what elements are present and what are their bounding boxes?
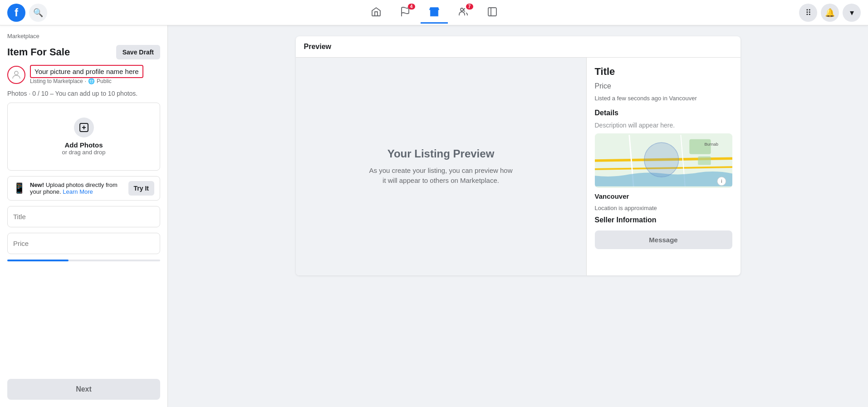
preview-description: Description will appear here.	[595, 122, 732, 129]
try-it-button[interactable]: Try It	[128, 181, 154, 196]
upload-new-label: New!	[30, 181, 44, 188]
store-icon	[428, 6, 440, 18]
progress-bar-fill	[7, 260, 69, 261]
svg-point-16	[644, 142, 678, 177]
search-button[interactable]: 🔍	[29, 4, 47, 22]
dot-separator: ·	[85, 78, 86, 84]
nav-left: f 🔍	[7, 4, 221, 22]
profile-name: Your picture and profile name here	[30, 65, 143, 78]
nav-flag[interactable]: 4	[392, 2, 419, 24]
photos-sub-info: · 0 / 10 – You can add up to 10 photos.	[29, 90, 137, 97]
preview-listing-title: Title	[595, 66, 732, 78]
add-photos-label: Add Photos	[64, 141, 103, 149]
add-photos-area[interactable]: Add Photos or drag and drop	[7, 103, 160, 171]
home-icon	[371, 6, 382, 17]
preview-listing-price: Price	[595, 82, 732, 90]
listing-to: Listing to Marketplace · 🌐 Public	[30, 78, 143, 84]
page-title: Item For Sale	[7, 46, 70, 58]
preview-header: Preview	[296, 36, 740, 58]
avatar-icon	[11, 69, 22, 80]
svg-rect-2	[488, 8, 496, 16]
svg-point-1	[461, 8, 463, 11]
nav-watch[interactable]	[479, 2, 506, 24]
preview-placeholder-title: Your Listing Preview	[387, 147, 495, 160]
profile-row: Your picture and profile name here Listi…	[7, 65, 160, 84]
nav-people[interactable]: 7	[450, 2, 477, 24]
title-row: Item For Sale Save Draft	[7, 45, 160, 59]
progress-bar-track	[7, 260, 160, 261]
preview-image-area: Your Listing Preview As you create your …	[296, 58, 586, 275]
photo-plus-icon	[78, 122, 89, 133]
nav-home[interactable]	[363, 2, 390, 24]
preview-details: Title Price Listed a few seconds ago in …	[586, 58, 740, 275]
avatar	[7, 66, 25, 84]
account-menu-button[interactable]: ▾	[843, 4, 861, 22]
message-button[interactable]: Message	[595, 230, 732, 249]
grid-button[interactable]: ⠿	[799, 4, 817, 22]
svg-text:Burnab: Burnab	[704, 142, 718, 147]
preview-details-label: Details	[595, 109, 732, 117]
map-container: Burnab i	[595, 133, 732, 188]
nav-center: 4 7	[221, 2, 647, 24]
listing-text: Listing to Marketplace	[30, 78, 83, 84]
nav-marketplace[interactable]	[421, 2, 448, 24]
price-input[interactable]	[7, 233, 160, 254]
globe-icon: 🌐	[88, 78, 95, 84]
facebook-logo[interactable]: f	[7, 4, 25, 22]
profile-info: Your picture and profile name here Listi…	[30, 65, 143, 84]
upload-phone-banner: 📱 New! Upload photos directly from your …	[7, 176, 160, 201]
add-photo-icon	[74, 118, 94, 137]
svg-text:i: i	[721, 179, 722, 184]
add-photos-sub: or drag and drop	[62, 149, 105, 156]
left-panel: Marketplace Item For Sale Save Draft You…	[0, 25, 168, 407]
grid-icon: ⠿	[805, 8, 811, 18]
upload-text: New! Upload photos directly from your ph…	[30, 181, 124, 195]
top-navigation: f 🔍 4	[0, 0, 868, 25]
chevron-down-icon: ▾	[850, 8, 854, 18]
preview-listing-meta: Listed a few seconds ago in Vancouver	[595, 95, 732, 102]
preview-location-sub: Location is approximate	[595, 205, 732, 211]
preview-card: Preview Your Listing Preview As you crea…	[296, 36, 740, 275]
preview-placeholder-text: As you create your listing, you can prev…	[368, 166, 514, 186]
visibility-text: Public	[97, 78, 112, 84]
main-content: Preview Your Listing Preview As you crea…	[168, 25, 868, 407]
photos-label: Photos · 0 / 10 – You can add up to 10 p…	[7, 90, 160, 97]
preview-seller-label: Seller Information	[595, 216, 732, 224]
page-layout: Marketplace Item For Sale Save Draft You…	[0, 25, 868, 407]
nav-right: ⠿ 🔔 ▾	[647, 4, 861, 22]
map-svg: Burnab i	[595, 133, 732, 188]
breadcrumb: Marketplace	[7, 33, 160, 39]
next-button[interactable]: Next	[7, 379, 160, 400]
people-badge: 7	[466, 4, 473, 10]
watch-icon	[487, 6, 498, 17]
preview-location-name: Vancouver	[595, 192, 732, 200]
svg-rect-14	[698, 157, 711, 165]
svg-point-4	[15, 71, 18, 75]
learn-more-link[interactable]: Learn More	[63, 188, 93, 195]
flag-badge: 4	[408, 4, 415, 10]
notifications-button[interactable]: 🔔	[821, 4, 839, 22]
preview-body: Your Listing Preview As you create your …	[296, 58, 740, 275]
phone-icon: 📱	[13, 182, 25, 194]
save-draft-button[interactable]: Save Draft	[116, 45, 160, 59]
search-icon: 🔍	[33, 8, 43, 18]
bell-icon: 🔔	[825, 8, 835, 18]
title-input[interactable]	[7, 206, 160, 227]
